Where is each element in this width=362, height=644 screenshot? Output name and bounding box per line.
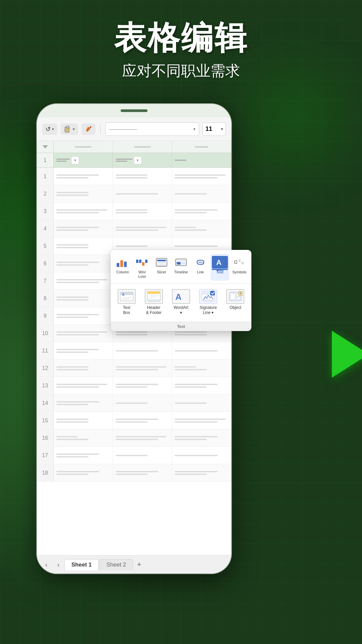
object-icon	[226, 289, 244, 304]
insert-textbox-button[interactable]: A TextBox	[113, 286, 140, 318]
data-cell[interactable]	[54, 255, 113, 272]
insert-timeline-label: Timeline	[174, 270, 188, 274]
toolbar-separator	[100, 124, 101, 134]
data-cell[interactable]	[54, 394, 113, 412]
insert-symbols-button[interactable]: Ω α π Symbols	[230, 254, 249, 281]
table-row: 18	[37, 464, 231, 482]
filter-cell-a[interactable]: ▾	[54, 153, 113, 167]
data-cell[interactable]	[54, 447, 113, 464]
row-number: 3	[37, 203, 54, 220]
column-chart-icon	[116, 257, 129, 268]
filter-dropdown-b[interactable]: ▾	[134, 156, 142, 164]
insert-header-footer-button[interactable]: Header& Footer	[140, 286, 167, 318]
table-row: 1	[37, 168, 231, 185]
data-cell[interactable]	[172, 412, 231, 429]
data-cell[interactable]	[54, 377, 113, 394]
filter-cell-c[interactable]	[172, 153, 231, 167]
data-cell[interactable]	[172, 447, 231, 464]
data-cell[interactable]	[54, 360, 113, 377]
insert-wordart-button[interactable]: A WordArt▾	[168, 286, 194, 318]
data-cell[interactable]	[113, 394, 172, 412]
svg-text:α: α	[239, 259, 241, 262]
data-cell[interactable]	[113, 360, 172, 377]
data-cell[interactable]	[54, 185, 113, 202]
insert-timeline-button[interactable]: Timeline	[172, 254, 190, 281]
data-cell[interactable]	[113, 220, 172, 237]
sub-title: 应对不同职业需求	[0, 61, 362, 81]
text-underline	[212, 269, 228, 270]
row-number: 18	[37, 464, 54, 481]
data-cell[interactable]	[54, 342, 113, 359]
insert-signature-line-button[interactable]: SignatureLine ▾	[195, 286, 222, 318]
data-cell[interactable]	[54, 429, 113, 446]
data-cell[interactable]	[172, 429, 231, 446]
data-cell[interactable]	[54, 412, 113, 429]
undo-button[interactable]: ↺ ▾	[42, 123, 57, 135]
data-cell[interactable]	[113, 464, 172, 481]
data-cell[interactable]	[113, 342, 172, 359]
data-cell[interactable]	[113, 377, 172, 394]
format-painter-button[interactable]	[81, 123, 96, 135]
table-row: 17	[37, 447, 231, 464]
data-cell[interactable]	[172, 377, 231, 394]
paste-button[interactable]: ▾	[61, 123, 78, 135]
data-cell[interactable]	[54, 220, 113, 237]
data-cell[interactable]	[113, 447, 172, 464]
data-cell[interactable]	[113, 429, 172, 446]
insert-win-loss-button[interactable]: Win/Loss	[133, 254, 152, 281]
data-cell[interactable]	[54, 290, 113, 307]
text-icon: A	[215, 258, 225, 267]
font-size-selector[interactable]: 11 ▾	[202, 122, 226, 136]
table-row: 15	[37, 412, 231, 429]
sheet-tabs: ‹ › Sheet 1 Sheet 2 +	[37, 555, 231, 574]
font-size-value: 11	[205, 125, 212, 132]
data-cell[interactable]	[113, 412, 172, 429]
data-cell[interactable]	[172, 185, 231, 202]
svg-rect-44	[236, 297, 240, 300]
svg-rect-42	[231, 293, 235, 300]
data-cell[interactable]	[113, 203, 172, 220]
data-cell[interactable]	[172, 203, 231, 220]
undo-chevron-icon: ▾	[52, 127, 54, 131]
wordart-svg-icon: A	[174, 290, 188, 303]
data-cell[interactable]	[172, 168, 231, 185]
data-cell[interactable]	[54, 272, 113, 289]
toolbar: ↺ ▾ ▾ —————— ▾ 11 ▾	[37, 117, 231, 141]
data-cell[interactable]	[54, 237, 113, 255]
filter-row: 1 ▾ ▾	[37, 153, 231, 168]
font-selector[interactable]: —————— ▾	[105, 122, 199, 136]
data-cell[interactable]	[54, 464, 113, 481]
data-cell[interactable]	[113, 168, 172, 185]
data-cell[interactable]	[172, 220, 231, 237]
filter-dropdown-a[interactable]: ▾	[71, 156, 79, 164]
insert-slicer-icon-box	[154, 256, 170, 269]
data-cell[interactable]	[113, 185, 172, 202]
filter-lines-c	[175, 160, 186, 161]
filter-cell-b[interactable]: ▾	[113, 153, 172, 167]
data-cell[interactable]	[172, 394, 231, 412]
insert-column-button[interactable]: Column	[113, 254, 132, 281]
text-active-bg: A	[212, 256, 228, 269]
data-cell[interactable]	[54, 307, 113, 324]
sheet-nav-next-button[interactable]: ›	[52, 558, 64, 571]
row-number: 11	[37, 342, 54, 359]
data-cell[interactable]	[54, 325, 113, 342]
svg-rect-13	[157, 260, 166, 261]
table-row: 3	[37, 203, 231, 220]
sheet-tab-1[interactable]: Sheet 1	[64, 559, 99, 570]
data-cell[interactable]	[172, 464, 231, 481]
insert-text-button[interactable]: A Text	[210, 254, 229, 281]
insert-link-button[interactable]: Link	[191, 254, 210, 281]
sheet-tab-2[interactable]: Sheet 2	[99, 559, 133, 570]
data-cell[interactable]	[54, 203, 113, 220]
insert-slicer-button[interactable]: Slicer	[152, 254, 171, 281]
data-cell[interactable]	[172, 342, 231, 359]
insert-timeline-icon-box	[173, 256, 189, 269]
data-cell[interactable]	[54, 168, 113, 185]
undo-icon: ↺	[46, 125, 51, 133]
data-cell[interactable]	[172, 360, 231, 377]
sheet-add-button[interactable]: +	[134, 559, 144, 570]
insert-win-loss-icon-box	[134, 256, 150, 269]
insert-object-button[interactable]: Object	[222, 286, 249, 318]
select-all-triangle-icon[interactable]	[43, 145, 48, 149]
